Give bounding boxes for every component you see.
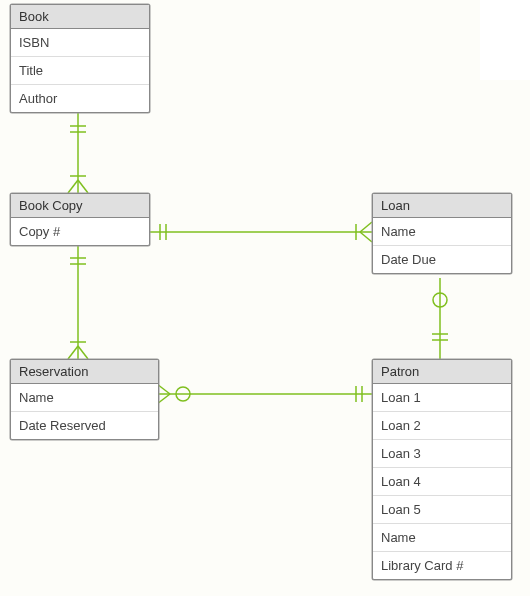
entity-attr: Loan 4 xyxy=(373,468,511,496)
entity-title: Loan xyxy=(373,194,511,218)
svg-line-17 xyxy=(360,232,372,242)
entity-attr: Library Card # xyxy=(373,552,511,579)
entity-patron[interactable]: Patron Loan 1 Loan 2 Loan 3 Loan 4 Loan … xyxy=(372,359,512,580)
entity-attrs: Name Date Reserved xyxy=(11,384,158,439)
entity-attr: Loan 5 xyxy=(373,496,511,524)
entity-attr: Date Reserved xyxy=(11,412,158,439)
entity-reservation[interactable]: Reservation Name Date Reserved xyxy=(10,359,159,440)
entity-title: Book Copy xyxy=(11,194,149,218)
entity-attr: Loan 3 xyxy=(373,440,511,468)
entity-attr: Loan 1 xyxy=(373,384,511,412)
entity-attrs: Loan 1 Loan 2 Loan 3 Loan 4 Loan 5 Name … xyxy=(373,384,511,579)
svg-point-21 xyxy=(176,387,190,401)
svg-line-5 xyxy=(78,180,88,193)
entity-attrs: ISBN Title Author xyxy=(11,29,149,112)
entity-attrs: Name Date Due xyxy=(373,218,511,273)
entity-attr: Date Due xyxy=(373,246,511,273)
svg-line-10 xyxy=(68,346,78,359)
entity-book[interactable]: Book ISBN Title Author xyxy=(10,4,150,113)
svg-line-11 xyxy=(78,346,88,359)
entity-attr: Loan 2 xyxy=(373,412,511,440)
entity-title: Reservation xyxy=(11,360,158,384)
entity-title: Book xyxy=(11,5,149,29)
entity-loan[interactable]: Loan Name Date Due xyxy=(372,193,512,274)
svg-line-4 xyxy=(68,180,78,193)
entity-attr: Author xyxy=(11,85,149,112)
svg-line-16 xyxy=(360,222,372,232)
entity-book-copy[interactable]: Book Copy Copy # xyxy=(10,193,150,246)
corner-patch xyxy=(480,0,530,80)
entity-attr: Name xyxy=(11,384,158,412)
entity-attr: Name xyxy=(373,218,511,246)
entity-attr: Name xyxy=(373,524,511,552)
entity-attr: Title xyxy=(11,57,149,85)
entity-attrs: Copy # xyxy=(11,218,149,245)
entity-attr: Copy # xyxy=(11,218,149,245)
entity-title: Patron xyxy=(373,360,511,384)
entity-attr: ISBN xyxy=(11,29,149,57)
svg-point-25 xyxy=(433,293,447,307)
